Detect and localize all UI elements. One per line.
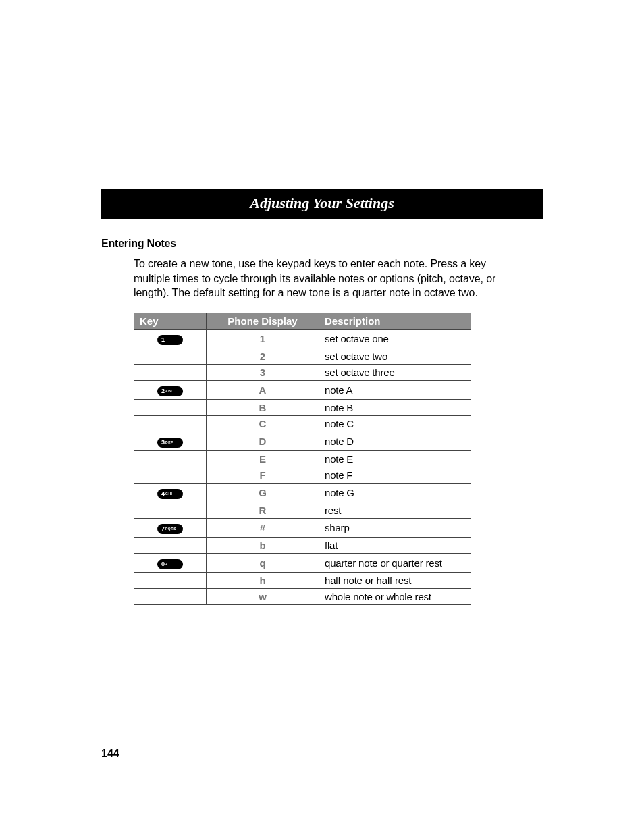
table-row: Cnote C	[134, 415, 471, 432]
display-cell: G	[207, 483, 319, 502]
table-row: Bnote B	[134, 399, 471, 415]
key-cell	[134, 467, 207, 483]
page-title-bar: Adjusting Your Settings	[101, 189, 543, 219]
key-cell: 1	[134, 329, 207, 348]
table-row: bflat	[134, 537, 471, 553]
description-cell: set octave three	[319, 364, 471, 380]
display-cell: E	[207, 450, 319, 467]
description-cell: set octave one	[319, 329, 471, 348]
description-cell: note D	[319, 432, 471, 450]
description-cell: note F	[319, 467, 471, 483]
description-cell: note A	[319, 380, 471, 399]
description-cell: flat	[319, 537, 471, 553]
keypad-key-number: 3	[160, 438, 165, 448]
key-cell	[134, 450, 207, 467]
keypad-key-icon: 4GHI	[157, 489, 183, 499]
key-cell	[134, 502, 207, 518]
keypad-key-label: +	[165, 559, 167, 569]
description-cell: set octave two	[319, 348, 471, 364]
keypad-key-number: 0	[160, 559, 165, 569]
keypad-key-label: PQRS	[165, 524, 176, 534]
table-row: wwhole note or whole rest	[134, 588, 471, 604]
keypad-key-number: 1	[160, 335, 165, 345]
key-cell: 0+	[134, 553, 207, 572]
keypad-key-label: ABC	[165, 386, 173, 396]
keypad-key-number: 2	[160, 386, 165, 396]
page-number: 144	[101, 748, 119, 760]
keypad-key-icon: 0+	[157, 559, 183, 569]
key-cell: 7PQRS	[134, 518, 207, 537]
key-cell: 4GHI	[134, 483, 207, 502]
table-row: 2set octave two	[134, 348, 471, 364]
display-cell: 2	[207, 348, 319, 364]
table-row: Enote E	[134, 450, 471, 467]
table-row: 3DEFDnote D	[134, 432, 471, 450]
table-row: 0+qquarter note or quarter rest	[134, 553, 471, 572]
display-cell: R	[207, 502, 319, 518]
th-key: Key	[134, 313, 207, 329]
key-cell: 2ABC	[134, 380, 207, 399]
description-cell: half note or half rest	[319, 572, 471, 588]
description-cell: quarter note or quarter rest	[319, 553, 471, 572]
display-cell: 3	[207, 364, 319, 380]
keypad-key-label: DEF	[165, 438, 173, 448]
intro-paragraph: To create a new tone, use the keypad key…	[134, 257, 498, 301]
table-row: 3set octave three	[134, 364, 471, 380]
description-cell: sharp	[319, 518, 471, 537]
table-row: 7PQRS#sharp	[134, 518, 471, 537]
display-cell: h	[207, 572, 319, 588]
th-display: Phone Display	[207, 313, 319, 329]
key-cell	[134, 399, 207, 415]
keypad-key-number: 7	[160, 524, 165, 534]
th-desc: Description	[319, 313, 471, 329]
display-cell: b	[207, 537, 319, 553]
display-cell: A	[207, 380, 319, 399]
keypad-key-icon: 7PQRS	[157, 524, 183, 534]
description-cell: note C	[319, 415, 471, 432]
display-cell: B	[207, 399, 319, 415]
key-cell	[134, 572, 207, 588]
description-cell: note E	[319, 450, 471, 467]
display-cell: D	[207, 432, 319, 450]
display-cell: q	[207, 553, 319, 572]
description-cell: note B	[319, 399, 471, 415]
display-cell: C	[207, 415, 319, 432]
keypad-key-number: 4	[160, 489, 165, 499]
table-row: 11set octave one	[134, 329, 471, 348]
table-row: 4GHIGnote G	[134, 483, 471, 502]
display-cell: F	[207, 467, 319, 483]
keypad-key-icon: 1	[157, 335, 183, 345]
notes-table: Key Phone Display Description 11set octa…	[134, 313, 471, 605]
key-cell	[134, 348, 207, 364]
description-cell: note G	[319, 483, 471, 502]
keypad-key-label: GHI	[165, 489, 172, 499]
description-cell: whole note or whole rest	[319, 588, 471, 604]
keypad-key-icon: 3DEF	[157, 438, 183, 448]
key-cell	[134, 415, 207, 432]
table-row: 2ABCAnote A	[134, 380, 471, 399]
table-row: Fnote F	[134, 467, 471, 483]
table-row: hhalf note or half rest	[134, 572, 471, 588]
keypad-key-icon: 2ABC	[157, 386, 183, 396]
key-cell	[134, 588, 207, 604]
description-cell: rest	[319, 502, 471, 518]
display-cell: 1	[207, 329, 319, 348]
key-cell	[134, 537, 207, 553]
key-cell	[134, 364, 207, 380]
table-row: Rrest	[134, 502, 471, 518]
display-cell: w	[207, 588, 319, 604]
display-cell: #	[207, 518, 319, 537]
key-cell: 3DEF	[134, 432, 207, 450]
section-heading: Entering Notes	[101, 238, 543, 250]
